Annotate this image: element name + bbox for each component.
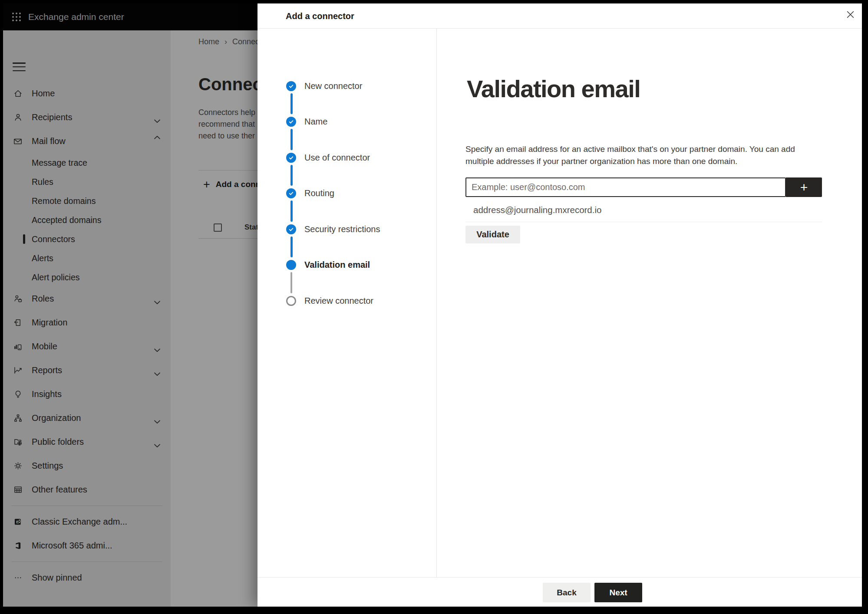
validate-button[interactable]: Validate — [465, 226, 520, 243]
step-label: New connector — [304, 81, 362, 91]
step-label: Security restrictions — [304, 224, 380, 234]
close-icon[interactable] — [843, 7, 858, 22]
add-address-button[interactable]: + — [786, 177, 822, 197]
wizard-steps: New connector Name Use of connector Rout… — [257, 29, 437, 577]
modal-body: New connector Name Use of connector Rout… — [257, 29, 862, 577]
step-label: Routing — [304, 188, 334, 198]
screenshot-frame: Exchange admin center Home Recipients Ma… — [0, 0, 868, 614]
modal-title: Add a connector — [286, 3, 354, 29]
panel-description: Specify an email address for an active m… — [465, 143, 815, 167]
plus-icon: + — [800, 180, 808, 194]
app-window: Exchange admin center Home Recipients Ma… — [3, 3, 862, 607]
validation-email-input[interactable] — [465, 177, 786, 197]
step-current-icon — [286, 260, 296, 270]
wizard-step-review-connector[interactable]: Review connector — [257, 294, 436, 308]
back-button[interactable]: Back — [543, 583, 591, 602]
address-email: address@journaling.mxrecord.io — [473, 205, 601, 215]
modal-footer: Back Next — [257, 577, 862, 607]
step-label: Review connector — [304, 296, 373, 306]
address-list-divider — [465, 222, 822, 222]
step-connector-line — [290, 200, 293, 222]
wizard-step-security-restrictions[interactable]: Security restrictions — [257, 222, 436, 236]
address-list-item: address@journaling.mxrecord.io — [465, 200, 822, 220]
wizard-step-new-connector[interactable]: New connector — [257, 79, 436, 93]
validation-email-panel: Validation email Specify an email addres… — [437, 29, 862, 577]
step-done-check-icon — [286, 117, 296, 127]
step-upcoming-icon — [286, 296, 296, 306]
step-label: Validation email — [304, 260, 370, 270]
step-label: Name — [304, 117, 327, 127]
panel-heading: Validation email — [467, 76, 640, 102]
step-connector-line — [290, 93, 293, 114]
wizard-step-use-of-connector[interactable]: Use of connector — [257, 151, 436, 164]
next-button[interactable]: Next — [594, 583, 642, 602]
step-connector-line — [290, 272, 292, 293]
step-done-check-icon — [286, 81, 296, 91]
wizard-step-validation-email[interactable]: Validation email — [257, 258, 436, 272]
step-label: Use of connector — [304, 153, 370, 163]
modal-header: Add a connector — [257, 3, 862, 29]
add-connector-modal: Add a connector New connector Name — [257, 3, 862, 607]
step-done-check-icon — [286, 153, 296, 163]
wizard-step-routing[interactable]: Routing — [257, 186, 436, 200]
step-done-check-icon — [286, 188, 296, 198]
step-connector-line — [290, 129, 293, 150]
wizard-step-name[interactable]: Name — [257, 115, 436, 128]
step-done-check-icon — [286, 224, 296, 234]
step-connector-line — [290, 165, 293, 186]
step-connector-line — [290, 236, 293, 257]
